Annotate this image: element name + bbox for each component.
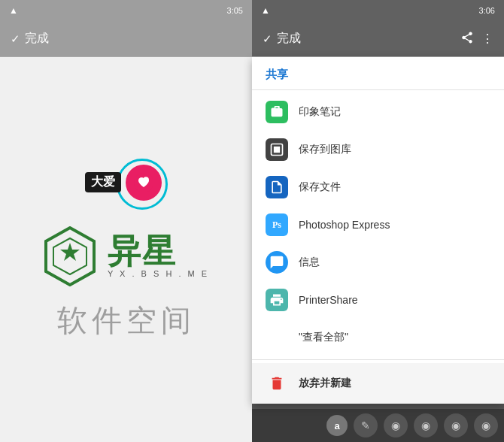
right-status-left: ▲ [261, 5, 270, 16]
letter-btn[interactable]: a [326, 415, 348, 436]
discard-icon [266, 372, 288, 395]
right-time: 3:06 [479, 6, 495, 15]
daai-label: 大爱 [85, 172, 121, 192]
left-done-label: 完成 [25, 31, 49, 47]
share-divider-top [252, 89, 504, 90]
share-item-messages[interactable]: 信息 [252, 244, 504, 281]
discard-label: 放弃并新建 [299, 377, 351, 390]
left-phone: ▲ 3:05 ✓ 完成 大爱 [0, 0, 252, 442]
edit-btn[interactable]: ✎ [354, 413, 378, 437]
share-divider-bottom [252, 359, 504, 360]
evernote-icon [266, 101, 288, 123]
undo2-btn[interactable]: ◉ [414, 413, 438, 437]
left-content: 大爱 [0, 57, 252, 442]
file-icon [266, 176, 288, 198]
messages-label: 信息 [299, 256, 320, 269]
right-status-bar: ▲ 3:06 [252, 0, 504, 21]
left-status-bar: ▲ 3:05 [0, 0, 252, 21]
bottom-toolbar: a ✎ ◉ ◉ ◉ ◉ [252, 409, 504, 442]
right-top-icons: ⋮ [460, 31, 493, 47]
app-logo: 大爱 [43, 159, 209, 341]
share-item-printer[interactable]: PrinterShare [252, 281, 504, 319]
share-item-ps[interactable]: Ps Photoshop Express [252, 206, 504, 244]
yixing-text-container: 异星 Y X . B S H . M E [108, 235, 209, 278]
share-panel: 共享 印象笔记 保存到图库 保存文件 [252, 57, 504, 404]
ruanjian-text: 软件空间 [57, 300, 196, 341]
file-label: 保存文件 [299, 180, 341, 194]
left-top-bar: ✓ 完成 [0, 21, 252, 57]
evernote-label: 印象笔记 [299, 105, 341, 119]
right-signal-icon: ▲ [261, 5, 270, 16]
gallery-icon [266, 138, 288, 161]
undo-btn[interactable]: ◉ [384, 413, 408, 437]
more-icon[interactable]: ⋮ [481, 32, 493, 46]
right-phone: ▲ 3:06 ✓ 完成 ⋮ 共享 [252, 0, 504, 442]
gallery-label: 保存到图库 [299, 143, 351, 156]
viewall-label: "查看全部" [299, 331, 348, 344]
daai-heart-icon [126, 165, 162, 201]
discard-row[interactable]: 放弃并新建 [252, 363, 504, 404]
printer-icon [266, 289, 288, 311]
svg-point-2 [144, 178, 146, 180]
svg-rect-7 [274, 147, 280, 153]
right-content: 共享 印象笔记 保存到图库 保存文件 [252, 57, 504, 409]
viewall-icon [266, 326, 288, 349]
share-item-file[interactable]: 保存文件 [252, 168, 504, 206]
left-status-left: ▲ [9, 5, 18, 16]
share-icon[interactable] [460, 31, 474, 47]
daai-section: 大爱 [85, 159, 168, 211]
yixing-chars: 异星 [108, 235, 177, 268]
right-top-bar: ✓ 完成 ⋮ [252, 21, 504, 57]
svg-marker-5 [60, 243, 80, 261]
left-status-right: 3:05 [227, 6, 243, 15]
hexagon-wrap [43, 226, 97, 286]
right-check-icon[interactable]: ✓ [263, 32, 272, 46]
yxbshme-text: Y X . B S H . M E [108, 269, 209, 278]
right-done-label: 完成 [277, 31, 301, 47]
undo3-btn[interactable]: ◉ [444, 413, 468, 437]
share-item-evernote[interactable]: 印象笔记 [252, 93, 504, 131]
left-signal-icon: ▲ [9, 5, 18, 16]
messages-icon [266, 251, 288, 274]
undo4-btn[interactable]: ◉ [474, 413, 498, 437]
share-item-gallery[interactable]: 保存到图库 [252, 131, 504, 168]
share-title: 共享 [252, 57, 504, 89]
printer-label: PrinterShare [299, 294, 358, 306]
daai-badge: 大爱 [85, 159, 168, 211]
left-time: 3:05 [227, 6, 243, 15]
left-check-icon[interactable]: ✓ [11, 32, 20, 46]
hex-star-section: 异星 Y X . B S H . M E [43, 226, 209, 286]
ps-label: Photoshop Express [299, 219, 390, 231]
share-item-viewall[interactable]: "查看全部" [252, 319, 504, 356]
right-status-right: 3:06 [479, 6, 495, 15]
ps-icon: Ps [266, 213, 288, 236]
